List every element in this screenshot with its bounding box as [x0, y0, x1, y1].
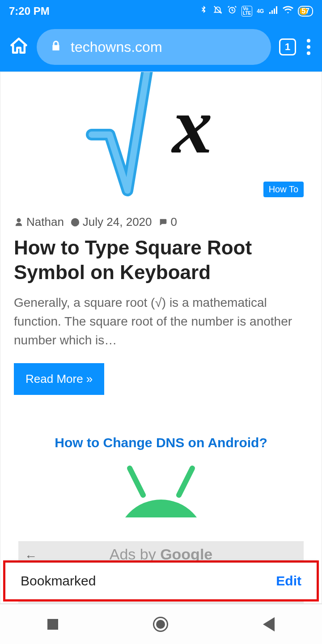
- svg-line-4: [130, 468, 143, 495]
- bookmark-snackbar: Bookmarked Edit: [5, 563, 317, 599]
- alarm-icon: [227, 5, 237, 17]
- next-article-link[interactable]: How to Change DNS on Android?: [0, 435, 322, 450]
- svg-line-5: [179, 468, 192, 495]
- svg-text:x: x: [171, 81, 212, 170]
- home-button-nav[interactable]: [153, 617, 168, 632]
- hero-image: x How To: [0, 72, 322, 206]
- tabs-button[interactable]: 1: [279, 38, 296, 55]
- android-icon: [103, 464, 219, 517]
- dnd-icon: [213, 5, 223, 17]
- back-button[interactable]: [263, 617, 275, 631]
- publish-date: July 24, 2020: [70, 215, 152, 229]
- recents-button[interactable]: [47, 619, 58, 630]
- user-icon: [14, 217, 24, 227]
- author[interactable]: Nathan: [14, 215, 64, 229]
- webpage-content[interactable]: x How To Nathan July 24, 2020 0 How to T…: [0, 72, 322, 604]
- comment-count[interactable]: 0: [158, 215, 177, 229]
- read-more-button[interactable]: Read More »: [14, 363, 104, 395]
- signal-icon: [268, 5, 278, 17]
- network-type: 4G: [257, 8, 264, 14]
- url-text: techowns.com: [71, 39, 162, 55]
- snackbar-message: Bookmarked: [21, 573, 96, 589]
- menu-button[interactable]: [304, 36, 313, 58]
- status-bar: 7:20 PM VoLTE 4G 57: [0, 0, 322, 22]
- highlight-box: Bookmarked Edit: [3, 560, 319, 602]
- address-bar[interactable]: techowns.com: [37, 29, 271, 65]
- snackbar-edit-button[interactable]: Edit: [276, 573, 301, 589]
- clock: 7:20 PM: [9, 5, 50, 17]
- square-root-icon: x: [85, 72, 237, 202]
- comments-icon: [158, 217, 168, 227]
- article-meta: Nathan July 24, 2020 0: [0, 215, 322, 229]
- category-badge[interactable]: How To: [263, 182, 304, 197]
- battery-icon: 57: [298, 6, 313, 17]
- system-navbar: [0, 604, 322, 644]
- home-button[interactable]: [9, 36, 29, 58]
- article-title[interactable]: How to Type Square Root Symbol on Keyboa…: [0, 229, 322, 293]
- lock-icon: [50, 39, 62, 55]
- next-article-image: [0, 464, 322, 517]
- article-excerpt: Generally, a square root (√) is a mathem…: [0, 293, 322, 350]
- wifi-icon: [283, 4, 293, 18]
- bluetooth-icon: [199, 5, 208, 17]
- browser-toolbar: techowns.com 1: [0, 22, 322, 72]
- clock-icon: [70, 217, 80, 227]
- status-icons: VoLTE 4G 57: [199, 4, 313, 18]
- volte-icon: VoLTE: [242, 6, 252, 17]
